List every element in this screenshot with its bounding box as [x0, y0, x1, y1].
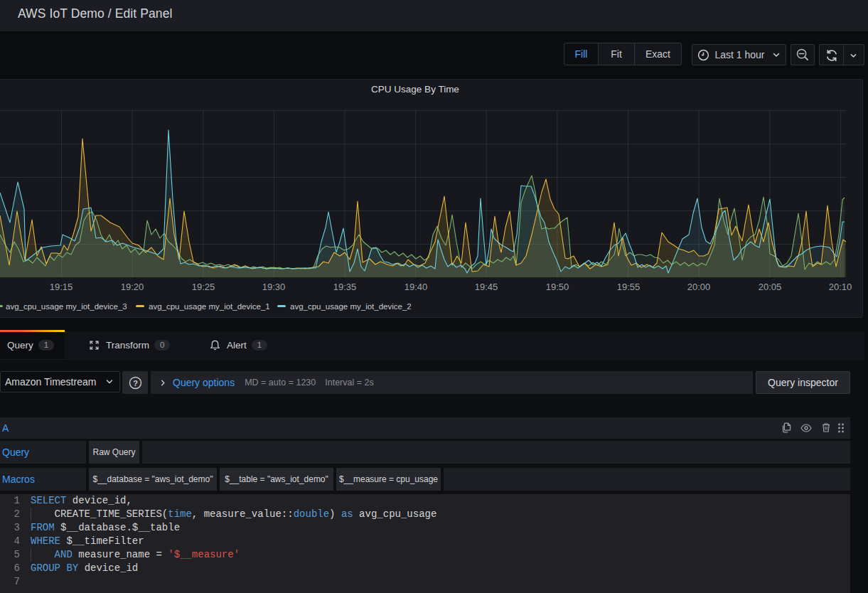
svg-text:?: ?: [133, 378, 138, 387]
